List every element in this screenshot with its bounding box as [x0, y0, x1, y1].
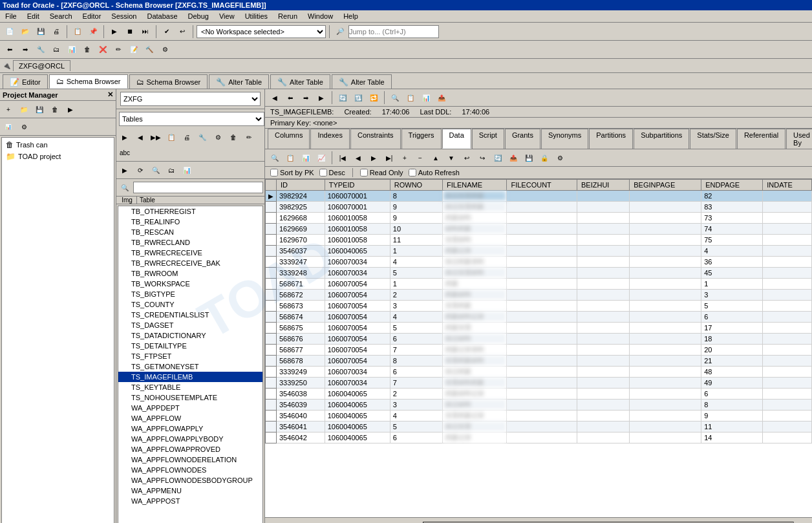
cell-beizhui[interactable]	[577, 378, 630, 389]
table-item-26[interactable]: WA_APPFLOWNODESBODYGROUP	[118, 475, 262, 486]
cell-indate[interactable]	[763, 432, 812, 443]
cell-rowno[interactable]: 4	[390, 411, 442, 422]
col-filecount[interactable]: FILECOUNT	[507, 180, 577, 191]
cell-rowno[interactable]: 9	[390, 213, 442, 224]
step-btn[interactable]: ⏭	[138, 25, 153, 39]
col-id[interactable]: ID	[277, 180, 325, 191]
cell-beginpage[interactable]	[630, 202, 701, 213]
nav-sort[interactable]: ⇅	[390, 519, 405, 523]
columns-btn[interactable]: 📋	[403, 91, 418, 105]
cell-rowno[interactable]: 6	[390, 334, 442, 345]
cell-beginpage[interactable]	[630, 246, 701, 257]
cell-indate[interactable]	[763, 323, 812, 334]
st2-btn5[interactable]: 📊	[180, 163, 194, 177]
conn-tab[interactable]: ZXFG@ORCL	[13, 60, 70, 71]
cell-filecount[interactable]	[507, 356, 577, 367]
cell-endpage[interactable]: 11	[701, 422, 763, 432]
cell-indate[interactable]	[763, 400, 812, 411]
cell-filecount[interactable]	[507, 213, 577, 224]
workspace-select[interactable]: <No Workspace selected>	[197, 25, 326, 38]
cell-rowno[interactable]: 1	[390, 246, 442, 257]
project-manager-close[interactable]: ✕	[107, 91, 113, 99]
cell-endpage[interactable]: 17	[701, 323, 763, 334]
paste-btn[interactable]: 📌	[86, 25, 100, 39]
tab-indexes[interactable]: Indexes	[310, 129, 350, 149]
cell-filename[interactable]: 拆迁材料	[443, 334, 507, 345]
nav-first[interactable]: |◀	[266, 519, 281, 523]
cell-filecount[interactable]	[507, 378, 577, 389]
table-row[interactable]: 354604110600400655拆迁安置11	[266, 422, 812, 432]
cell-filecount[interactable]	[507, 323, 577, 334]
cell-beginpage[interactable]	[630, 432, 701, 443]
cell-id[interactable]: 568674	[277, 312, 325, 323]
cell-indate[interactable]	[763, 389, 812, 400]
new-btn[interactable]: 📄	[3, 25, 17, 39]
cell-indate[interactable]	[763, 367, 812, 378]
menu-help[interactable]: Help	[341, 12, 361, 21]
table-item-10[interactable]: TS_CREDENTIALSLIST	[118, 310, 262, 320]
cell-beizhui[interactable]	[577, 411, 630, 422]
pm-filter-btn[interactable]: ⚙	[17, 120, 31, 134]
pm-table-btn[interactable]: 📊	[1, 120, 16, 134]
cell-indate[interactable]	[763, 279, 812, 290]
autorefresh-checkbox[interactable]	[409, 169, 416, 176]
cell-beizhui[interactable]	[577, 323, 630, 334]
menu-file[interactable]: File	[3, 12, 19, 21]
tab-alter-table-2[interactable]: 🔧 Alter Table	[270, 74, 330, 89]
cell-beizhui[interactable]	[577, 279, 630, 290]
st2-btn3[interactable]: 🔍	[149, 163, 163, 177]
table-row[interactable]: 354604210600400656档案记录14	[266, 432, 812, 443]
col-endpage[interactable]: ENDPAGE	[701, 180, 763, 191]
cell-filecount[interactable]	[507, 224, 577, 235]
cell-id[interactable]: 568673	[277, 301, 325, 312]
cell-beizhui[interactable]	[577, 235, 630, 246]
cell-beginpage[interactable]	[630, 301, 701, 312]
cell-beginpage[interactable]	[630, 411, 701, 422]
st-btn7[interactable]: ⚙	[211, 130, 225, 144]
cell-typeid[interactable]: 1060070034	[325, 268, 390, 279]
cell-filecount[interactable]	[507, 235, 577, 246]
cell-beizhui[interactable]	[577, 422, 630, 432]
tab-subpartitions[interactable]: Subpartitions	[634, 129, 689, 149]
jump-input[interactable]	[348, 25, 439, 38]
nav-prev[interactable]: ◀	[282, 519, 296, 523]
dt-grid2-btn[interactable]: 📈	[314, 151, 328, 165]
cell-rowno[interactable]: 7	[390, 378, 442, 389]
cell-beizhui[interactable]	[577, 356, 630, 367]
cell-filename[interactable]: 安置材料档案	[443, 378, 507, 389]
menu-search[interactable]: Search	[47, 12, 75, 21]
cell-filename[interactable]: 档案材料	[443, 213, 507, 224]
reload-btn[interactable]: 🔃	[351, 91, 365, 105]
table-item-14[interactable]: TS_FTPSET	[118, 351, 262, 361]
cell-beizhui[interactable]	[577, 334, 630, 345]
cell-beizhui[interactable]	[577, 301, 630, 312]
cell-filecount[interactable]	[507, 389, 577, 400]
cell-endpage[interactable]: 75	[701, 235, 763, 246]
cell-beizhui[interactable]	[577, 202, 630, 213]
cell-endpage[interactable]: 8	[701, 400, 763, 411]
st2-btn2[interactable]: ⟳	[133, 163, 147, 177]
cell-id[interactable]: 3339248	[277, 268, 325, 279]
cell-filename[interactable]: 档案材料记录	[443, 389, 507, 400]
menu-session[interactable]: Session	[109, 12, 139, 21]
t2-btn5[interactable]: 📊	[65, 43, 79, 57]
cell-endpage[interactable]: 9	[701, 411, 763, 422]
dt-redo-btn[interactable]: ↪	[475, 151, 489, 165]
table-item-22[interactable]: WA_APPFLOWAPPLYBODY	[118, 434, 262, 444]
st-btn4[interactable]: 📋	[164, 130, 178, 144]
desc-checkbox[interactable]	[319, 169, 327, 176]
cell-filecount[interactable]	[507, 334, 577, 345]
cell-id[interactable]: 568671	[277, 279, 325, 290]
cell-beginpage[interactable]	[630, 290, 701, 301]
cell-rowno[interactable]: 6	[390, 367, 442, 378]
cell-rowno[interactable]: 5	[390, 422, 442, 432]
run-btn[interactable]: ▶	[107, 25, 122, 39]
cell-indate[interactable]	[763, 268, 812, 279]
table-item-county[interactable]: TS_COUNTY	[118, 299, 262, 310]
table-item-13[interactable]: TS_DETAILTYPE	[118, 341, 262, 351]
pm-save-btn[interactable]: 💾	[32, 102, 47, 116]
tree-item-trash[interactable]: 🗑 Trash can	[3, 139, 112, 151]
cell-rowno[interactable]: 7	[390, 345, 442, 356]
dt-more-btn[interactable]: ⚙	[553, 151, 567, 165]
table-row[interactable]: 1629669106001005810材料档案74	[266, 224, 812, 235]
